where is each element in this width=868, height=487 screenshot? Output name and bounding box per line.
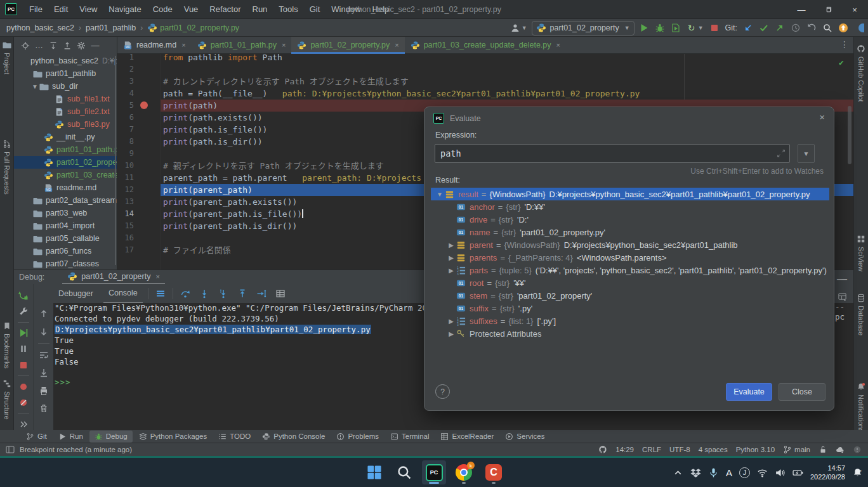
tree-row[interactable]: sub_file2.txt: [14, 105, 117, 118]
breadcrumb-item[interactable]: python_basic_sec2: [6, 23, 74, 32]
interpreter[interactable]: Python 3.10: [736, 446, 775, 453]
tree-row[interactable]: sub_file3.py: [14, 118, 117, 131]
softwrap-button[interactable]: [37, 348, 51, 362]
line-number[interactable]: 2: [117, 63, 134, 75]
more-button[interactable]: …: [33, 39, 46, 52]
menu-code[interactable]: Code: [147, 4, 178, 14]
mute-bp-button[interactable]: [16, 397, 30, 409]
line-number[interactable]: 7: [117, 124, 134, 136]
tree-row[interactable]: __init__.py: [14, 131, 117, 143]
line-number[interactable]: 10: [117, 160, 134, 172]
menu-file[interactable]: File: [23, 4, 48, 14]
chevron-right-icon[interactable]: ▶: [446, 318, 456, 325]
close-icon[interactable]: ×: [181, 41, 185, 49]
breakpoint-icon[interactable]: [140, 101, 148, 109]
tree-row[interactable]: sub_file1.txt: [14, 93, 117, 105]
tree-row[interactable]: part02_data_stream: [14, 194, 117, 207]
tree-row[interactable]: MDreadme.md: [14, 181, 117, 194]
tree-row[interactable]: part03_web: [14, 207, 117, 219]
toolwindow-problems[interactable]: Problems: [331, 431, 384, 443]
hide-button[interactable]: —: [89, 39, 102, 52]
console-output[interactable]: "C:¥Program Files¥Python310¥python.exe" …: [55, 302, 456, 367]
run-config-combo[interactable]: part01_02_property▼: [532, 21, 635, 36]
tree-row[interactable]: part01_02_property.py: [14, 156, 117, 169]
line-number[interactable]: 5: [117, 100, 134, 112]
toolwindow-python-packages[interactable]: Python Packages: [134, 431, 213, 443]
tree-row[interactable]: part01_03_create_update: [14, 169, 117, 181]
tray-dropbox[interactable]: [690, 467, 701, 478]
tray-notifications[interactable]: z: [852, 467, 863, 478]
view-table-button[interactable]: [273, 287, 287, 301]
edge-widget-button[interactable]: [853, 21, 865, 35]
menu-refactor[interactable]: Refactor: [204, 4, 246, 14]
stripe-database[interactable]: Database: [854, 294, 868, 335]
encoding[interactable]: UTF-8: [669, 446, 690, 453]
indent-style[interactable]: 4 spaces: [699, 446, 728, 453]
tree-row[interactable]: python_basic_sec2D:¥projects: [14, 55, 117, 67]
line-number[interactable]: 4: [117, 88, 134, 100]
resume-button[interactable]: [16, 327, 30, 339]
menu-edit[interactable]: Edit: [48, 4, 74, 14]
rerun-button[interactable]: [16, 289, 30, 301]
taskbar-camtasia[interactable]: C: [482, 460, 506, 484]
ime-mode[interactable]: A: [726, 467, 732, 478]
expression-input[interactable]: [435, 145, 789, 162]
result-row-stem[interactable]: 01stem={str}'part01_02_property': [431, 289, 829, 302]
run-button[interactable]: [638, 21, 650, 35]
tab-options-icon[interactable]: ⋮: [840, 39, 850, 49]
toolwindow-debug[interactable]: Debug: [89, 431, 133, 443]
stripe-project[interactable]: Project: [0, 41, 13, 74]
stripe-structure[interactable]: Structure: [0, 379, 13, 420]
tray-tray-overflow[interactable]: [673, 467, 683, 478]
stripe-bookmarks[interactable]: Bookmarks: [0, 321, 13, 368]
tree-row[interactable]: part05_callable: [14, 232, 117, 245]
tab-part01_02_property.py[interactable]: part01_02_property.py×: [291, 37, 404, 53]
toolwindow-run[interactable]: Run: [53, 431, 88, 443]
close-icon[interactable]: ×: [282, 41, 286, 49]
taskbar-chrome[interactable]: k: [452, 460, 476, 484]
event-log[interactable]: [853, 445, 862, 454]
toolwindow-todo[interactable]: TODO: [213, 431, 256, 443]
pause-button[interactable]: [16, 343, 30, 355]
close-icon[interactable]: ×: [556, 41, 560, 49]
menu-tools[interactable]: Tools: [273, 4, 303, 14]
line-number[interactable]: 11: [117, 172, 134, 184]
dialog-close-icon[interactable]: ×: [819, 112, 825, 122]
toolwindow-terminal[interactable]: Terminal: [385, 431, 434, 443]
breadcrumb-item[interactable]: part01_02_property.py: [147, 23, 239, 33]
stripe-pull-requests[interactable]: Pull Requests: [0, 140, 13, 195]
close-dialog-button[interactable]: Close: [779, 383, 825, 401]
expand-icon[interactable]: [777, 149, 786, 158]
chevron-right-icon[interactable]: ▶: [446, 330, 456, 337]
toolwindow-services[interactable]: Services: [500, 431, 549, 443]
project-scrollbar[interactable]: [115, 56, 116, 265]
expand-all-button[interactable]: [47, 39, 60, 52]
menu-lines-button[interactable]: [154, 287, 168, 301]
tab-part01_03_create_update_delete.py[interactable]: part01_03_create_update_delete.py×: [405, 37, 566, 53]
readonly-toggle[interactable]: [819, 445, 827, 454]
maximize-button[interactable]: [815, 0, 841, 19]
chevron-right-icon[interactable]: ▶: [446, 254, 456, 261]
tree-row[interactable]: part01_pathlib: [14, 67, 117, 80]
debug-button[interactable]: [654, 21, 666, 35]
history-button[interactable]: [789, 21, 802, 35]
tree-row[interactable]: part01_01_path.py: [14, 143, 117, 156]
taskbar-clock[interactable]: 14:572022/09/28: [810, 464, 845, 481]
result-row-suffixes[interactable]: ▶123suffixes={list: 1}['.py']: [431, 315, 829, 327]
taskbar-pycharm[interactable]: PC: [422, 460, 446, 484]
tree-row[interactable]: part04_import: [14, 219, 117, 232]
menu-run[interactable]: Run: [247, 4, 273, 14]
step-out-button[interactable]: [235, 287, 249, 301]
expression-history-dropdown[interactable]: ▼: [798, 144, 815, 163]
line-number[interactable]: 9: [117, 148, 134, 160]
close-icon[interactable]: ×: [395, 41, 398, 49]
line-separator[interactable]: CRLF: [642, 446, 661, 453]
settings-button[interactable]: [75, 39, 88, 52]
minimize-button[interactable]: —: [788, 0, 815, 19]
more-chev-button[interactable]: [16, 419, 30, 431]
line-number[interactable]: 12: [117, 184, 134, 196]
tray-microphone[interactable]: [708, 467, 719, 478]
result-row-protected-attributes[interactable]: ▶Protected Attributes: [431, 327, 829, 340]
chevron-down-icon[interactable]: ▼: [32, 83, 39, 90]
sync-settings[interactable]: [836, 445, 845, 454]
